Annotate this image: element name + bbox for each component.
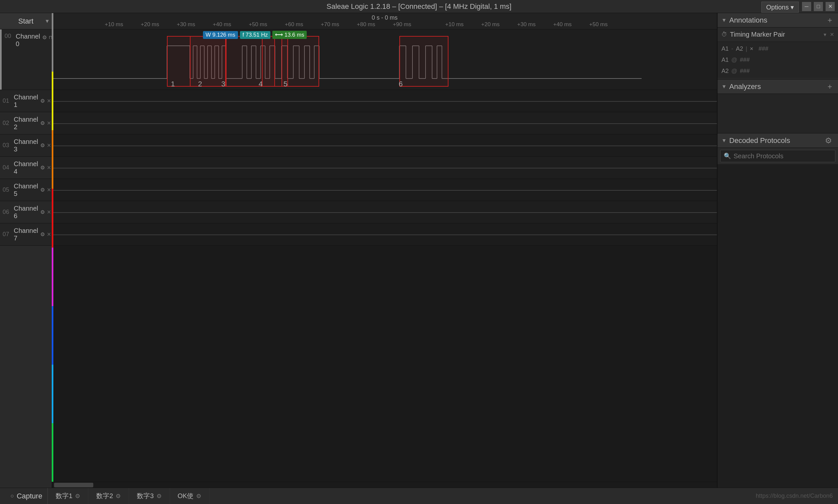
waveform-ch5[interactable] <box>52 179 717 201</box>
search-protocols-input[interactable] <box>734 152 832 160</box>
channel-gear-01[interactable]: ⚙ <box>40 96 45 106</box>
channel-gear-00[interactable]: ⚙ <box>42 33 47 42</box>
freq-badge: f 73.51 Hz <box>240 31 271 39</box>
channel-gear-02[interactable]: ⚙ <box>40 119 45 128</box>
restore-button[interactable]: □ <box>814 2 823 11</box>
tab-digit1-label: 数字1 <box>56 491 72 500</box>
ruler-tick-r4: +40 ms <box>553 21 572 28</box>
analyzers-empty <box>718 94 838 133</box>
waveform-channels[interactable]: W 9.126 ms f 73.51 Hz ⟷ 13.6 ms <box>52 30 717 488</box>
channel-gear-03[interactable]: ⚙ <box>40 141 45 150</box>
decoded-settings-button[interactable]: ⚙ <box>823 136 834 145</box>
waveform-area[interactable]: 0 s - 0 ms +10 ms +20 ms +30 ms +40 ms +… <box>52 13 717 488</box>
channel-gear-06[interactable]: ⚙ <box>40 208 45 217</box>
analyzers-header: ▼ Analyzers + <box>718 79 838 94</box>
ann-a2-label: A2 <box>736 46 743 52</box>
tab-digit3-gear[interactable]: ⚙ <box>156 492 162 500</box>
channel-name-01: Channel 1 <box>14 93 38 109</box>
duration-value: 13.6 ms <box>284 32 304 38</box>
cs-ch2 <box>52 130 53 189</box>
channel-close-01[interactable]: ✕ <box>47 96 51 106</box>
channel-close-05[interactable]: ✕ <box>47 185 51 195</box>
ch3-waveform-svg <box>52 146 717 146</box>
horizontal-scrollbar[interactable] <box>52 482 717 488</box>
waveform-ch4[interactable] <box>52 157 717 179</box>
tab-digit2-gear[interactable]: ⚙ <box>116 492 121 500</box>
marker-3: 3 <box>221 80 225 88</box>
tab-okuse[interactable]: OK使 ⚙ <box>170 488 210 504</box>
tab-digit2[interactable]: 数字2 ⚙ <box>88 488 129 504</box>
channel-close-07[interactable]: ✕ <box>47 230 51 239</box>
app-title: Saleae Logic 1.2.18 – [Connected] – [4 M… <box>327 2 512 11</box>
waveform-ch6[interactable] <box>52 201 717 223</box>
channel-name-02: Channel 2 <box>14 116 38 131</box>
color-strip <box>52 13 53 482</box>
channel-gear-07[interactable]: ⚙ <box>40 230 45 239</box>
search-bar[interactable]: 🔍 <box>720 150 835 162</box>
timing-marker-icon: ⏱ <box>721 31 727 38</box>
options-button[interactable]: Options ▾ <box>762 2 799 13</box>
minimize-button[interactable]: ─ <box>802 2 811 11</box>
ruler-tick-l3: +30 ms <box>177 21 195 28</box>
channel-close-06[interactable]: ✕ <box>47 208 51 217</box>
analyzers-title: Analyzers <box>729 83 823 91</box>
tab-digit2-label: 数字2 <box>96 491 113 500</box>
channel-color-bar-00 <box>0 30 2 90</box>
ch5-waveform-svg <box>52 190 717 191</box>
cs-ch0 <box>52 13 53 72</box>
ann-pipe: | <box>746 46 747 52</box>
tab-okuse-gear[interactable]: ⚙ <box>196 492 201 500</box>
waveform-ch3[interactable] <box>52 134 717 157</box>
marker-1: 1 <box>171 80 175 88</box>
channel-close-02[interactable]: ✕ <box>47 119 51 128</box>
timing-marker-pair-row[interactable]: ⏱ Timing Marker Pair ▼ ✕ <box>718 28 838 42</box>
start-header[interactable]: Start ▼ <box>0 13 52 30</box>
waveform-ch7[interactable] <box>52 223 717 246</box>
channel-row-06: 06 Channel 6 ⚙ ✕ <box>0 201 52 223</box>
channel-name-04: Channel 4 <box>14 160 38 175</box>
analyzers-add-button[interactable]: + <box>825 82 834 91</box>
annotations-header: ▼ Annotations + <box>718 13 838 28</box>
tab-digit3[interactable]: 数字3 ⚙ <box>129 488 170 504</box>
close-button[interactable]: ✕ <box>825 2 835 11</box>
analyzers-section: ▼ Analyzers + <box>718 79 838 133</box>
channel-num-02: 02 <box>3 120 12 127</box>
start-arrow: ▼ <box>45 18 50 24</box>
cs-ch7 <box>52 423 53 482</box>
ann-hash1: ### <box>758 46 768 52</box>
status-url: https://blog.csdn.net/Carbon6 <box>756 492 833 500</box>
timing-marker-close[interactable]: ✕ <box>830 31 834 38</box>
tab-digit1[interactable]: 数字1 ⚙ <box>48 488 88 504</box>
ruler-tick-l8: +80 ms <box>357 21 375 28</box>
channel-panel: Start ▼ 00 Channel 0 ⚙ ⊓ ⌇ 01 Channel 1 … <box>0 13 52 488</box>
channel-close-04[interactable]: ✕ <box>47 163 51 173</box>
scrollbar-thumb[interactable] <box>54 483 93 487</box>
ruler-tick-l6: +60 ms <box>285 21 303 28</box>
decoded-arrow: ▼ <box>721 138 727 144</box>
channel-gear-04[interactable]: ⚙ <box>40 163 45 173</box>
waveform-ch1[interactable] <box>52 90 717 112</box>
tab-digit1-gear[interactable]: ⚙ <box>75 492 80 500</box>
time-ruler[interactable]: 0 s - 0 ms +10 ms +20 ms +30 ms +40 ms +… <box>52 13 717 30</box>
window-controls[interactable]: ─ □ ✕ <box>802 2 835 11</box>
timing-marker-dropdown[interactable]: ▼ <box>823 32 827 37</box>
waveform-ch2[interactable] <box>52 112 717 134</box>
channel-row-01: 01 Channel 1 ⚙ ✕ <box>0 90 52 112</box>
capture-icon: ○ <box>11 492 14 500</box>
capture-button[interactable]: ○ Capture <box>5 488 48 504</box>
decoded-header: ▼ Decoded Protocols ⚙ <box>718 133 838 148</box>
channel-row-03: 03 Channel 3 ⚙ ✕ <box>0 134 52 157</box>
tab-digit3-label: 数字3 <box>137 491 154 500</box>
channel-row-04: 04 Channel 4 ⚙ ✕ <box>0 157 52 179</box>
ruler-tick-l2: +20 ms <box>141 21 159 28</box>
channel-row-00: 00 Channel 0 ⚙ ⊓ ⌇ <box>0 30 52 90</box>
waveform-ch0[interactable]: W 9.126 ms f 73.51 Hz ⟷ 13.6 ms <box>52 30 717 90</box>
channel-gear-05[interactable]: ⚙ <box>40 185 45 195</box>
width-badge: W 9.126 ms <box>203 31 238 39</box>
ruler-tick-l5: +50 ms <box>249 21 267 28</box>
ch1-waveform-svg <box>52 101 717 102</box>
width-value: 9.126 ms <box>212 32 235 38</box>
titlebar: Saleae Logic 1.2.18 – [Connected] – [4 M… <box>0 0 838 13</box>
annotations-add-button[interactable]: + <box>825 16 834 25</box>
channel-close-03[interactable]: ✕ <box>47 141 51 150</box>
